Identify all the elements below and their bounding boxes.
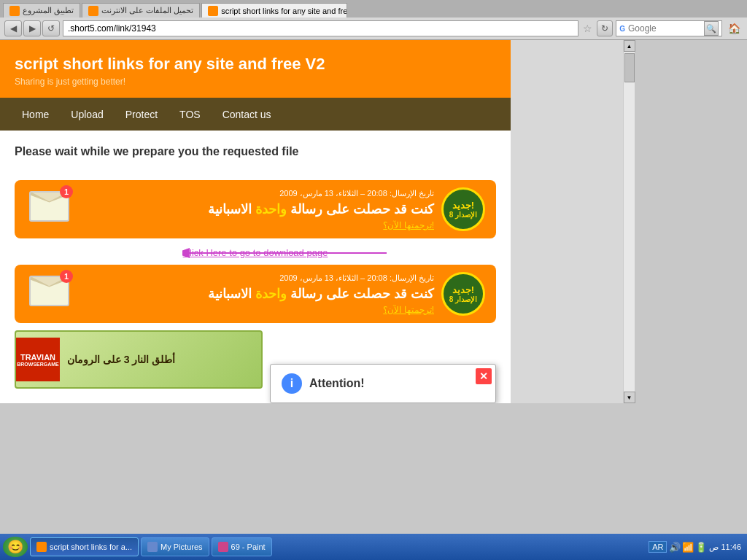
taskbar: 😊 script short links for a... My Picture… bbox=[0, 534, 747, 560]
ad-date-1: تاريخ الإرسال: 20:08 – الثلاثاء، 13 مارس… bbox=[77, 189, 434, 198]
ad-date-2: تاريخ الإرسال: 20:08 – الثلاثاء، 13 مارس… bbox=[77, 273, 434, 283]
tray-icons: 🔊 📶 🔋 bbox=[669, 542, 707, 553]
language-indicator: AR bbox=[649, 541, 667, 553]
ad-link-2[interactable]: !ترجمتها الآن؟ bbox=[77, 305, 434, 315]
tray-icon-volume: 🔊 bbox=[669, 542, 681, 553]
nav-contact[interactable]: Contact us bbox=[212, 109, 282, 120]
ad-banner-2[interactable]: !جديد الإصدار 8 تاريخ الإرسال: 20:08 – ا… bbox=[15, 265, 496, 323]
scroll-down-button[interactable]: ▼ bbox=[624, 392, 635, 403]
site-header: script short links for any site and free… bbox=[0, 40, 511, 98]
travian-logo: TRAVIAN BROWSERGAME bbox=[16, 338, 60, 381]
right-panel: ▲ ▼ bbox=[511, 40, 635, 403]
back-button[interactable]: ◀ bbox=[4, 20, 22, 36]
taskbar-item-pictures[interactable]: My Pictures bbox=[141, 537, 209, 556]
start-button[interactable]: 😊 bbox=[3, 537, 28, 557]
tab-icon-2 bbox=[88, 6, 98, 16]
scrollbar[interactable]: ▲ ▼ bbox=[623, 40, 635, 403]
site-nav: Home Upload Protect TOS Contact us bbox=[0, 98, 511, 131]
badge-new-1: !جديد الإصدار 8 bbox=[441, 187, 485, 231]
address-bar[interactable] bbox=[63, 20, 578, 36]
refresh-button[interactable]: ↻ bbox=[597, 20, 613, 36]
travian-text: أطلق النار 3 على الرومان bbox=[60, 350, 182, 369]
ad-text-area-2: تاريخ الإرسال: 20:08 – الثلاثاء، 13 مارس… bbox=[69, 273, 441, 315]
scroll-thumb[interactable] bbox=[624, 53, 635, 82]
taskbar-browser-label: script short links for a... bbox=[50, 542, 132, 551]
ad-main-text-1: كنت قد حصلت على رسالة واحدة الاسبانية bbox=[77, 201, 434, 217]
tab-1-label: تطبيق المشروع bbox=[23, 6, 74, 15]
tray-icon-battery: 🔋 bbox=[695, 542, 707, 553]
tab-icon-3 bbox=[208, 6, 218, 16]
badge-new-text-1: !جديد bbox=[452, 200, 474, 211]
attention-title: Attention! bbox=[309, 377, 365, 390]
travian-ad[interactable]: TRAVIAN BROWSERGAME أطلق النار 3 على الر… bbox=[15, 330, 263, 389]
attention-header: i Attention! bbox=[282, 373, 484, 394]
main-body: Please wait while we prepare you the req… bbox=[0, 131, 511, 403]
arrow-indicator bbox=[182, 242, 401, 264]
site-subtitle: Sharing is just getting better! bbox=[15, 77, 496, 87]
taskbar-item-paint[interactable]: 69 - Paint bbox=[212, 537, 272, 556]
ad-main-text-2: كنت قد حصلت على رسالة واحدة الاسبانية bbox=[77, 286, 434, 302]
scroll-up-button[interactable]: ▲ bbox=[624, 40, 635, 52]
tab-3[interactable]: script short links for any site and free… bbox=[201, 3, 347, 18]
browser-taskbar-icon bbox=[36, 542, 47, 552]
system-tray: AR 🔊 📶 🔋 11:46 ص bbox=[649, 541, 744, 553]
badge-new-text-2: !جديد bbox=[452, 284, 474, 295]
taskbar-pictures-label: My Pictures bbox=[160, 542, 202, 551]
bookmark-star[interactable]: ☆ bbox=[581, 23, 594, 34]
reload-button[interactable]: ↺ bbox=[42, 20, 60, 36]
nav-protect[interactable]: Protect bbox=[115, 109, 169, 120]
taskbar-item-browser[interactable]: script short links for a... bbox=[30, 537, 139, 556]
home-button[interactable]: 🏠 bbox=[725, 20, 743, 36]
download-area: Click Here to go to download page bbox=[15, 246, 496, 259]
nav-home[interactable]: Home bbox=[11, 109, 60, 120]
search-button[interactable]: 🔍 bbox=[704, 21, 719, 36]
attention-close-button[interactable]: ✕ bbox=[476, 368, 492, 384]
tab-3-label: script short links for any site and free… bbox=[221, 7, 347, 15]
tab-2[interactable]: تحميل الملفات على الانترنت bbox=[82, 3, 200, 18]
tab-icon-1 bbox=[9, 6, 20, 16]
forward-button[interactable]: ▶ bbox=[23, 20, 41, 36]
site-title: script short links for any site and free… bbox=[15, 55, 496, 74]
search-input[interactable] bbox=[628, 23, 701, 34]
mail-icon-2: 1 bbox=[26, 276, 69, 312]
wait-message: Please wait while we prepare you the req… bbox=[15, 145, 496, 158]
info-icon: i bbox=[282, 373, 302, 394]
scroll-track[interactable] bbox=[624, 52, 635, 392]
badge-version-1: الإصدار 8 bbox=[449, 211, 477, 219]
mail-icon-1: 1 bbox=[26, 191, 69, 228]
paint-taskbar-icon bbox=[218, 542, 228, 552]
google-logo: G bbox=[619, 25, 625, 33]
tab-1[interactable]: تطبيق المشروع bbox=[3, 3, 80, 18]
nav-tos[interactable]: TOS bbox=[169, 109, 212, 120]
badge-version-2: الإصدار 8 bbox=[449, 295, 477, 303]
nav-upload[interactable]: Upload bbox=[60, 109, 114, 120]
mail-badge-2: 1 bbox=[60, 270, 73, 283]
tray-icon-network: 📶 bbox=[682, 542, 694, 553]
attention-dialog: i Attention! ✕ bbox=[270, 364, 496, 403]
taskbar-paint-label: 69 - Paint bbox=[231, 542, 266, 551]
ad-banner-1[interactable]: !جديد الإصدار 8 تاريخ الإرسال: 20:08 – ا… bbox=[15, 180, 496, 238]
ad-text-area-1: تاريخ الإرسال: 20:08 – الثلاثاء، 13 مارس… bbox=[69, 189, 441, 230]
pictures-taskbar-icon bbox=[147, 542, 158, 552]
tab-2-label: تحميل الملفات على الانترنت bbox=[101, 6, 193, 15]
ad-link-1[interactable]: !ترجمتها الآن؟ bbox=[77, 220, 434, 230]
mail-badge-1: 1 bbox=[60, 185, 73, 198]
badge-new-2: !جديد الإصدار 8 bbox=[441, 272, 485, 316]
system-clock: 11:46 ص bbox=[709, 542, 741, 552]
